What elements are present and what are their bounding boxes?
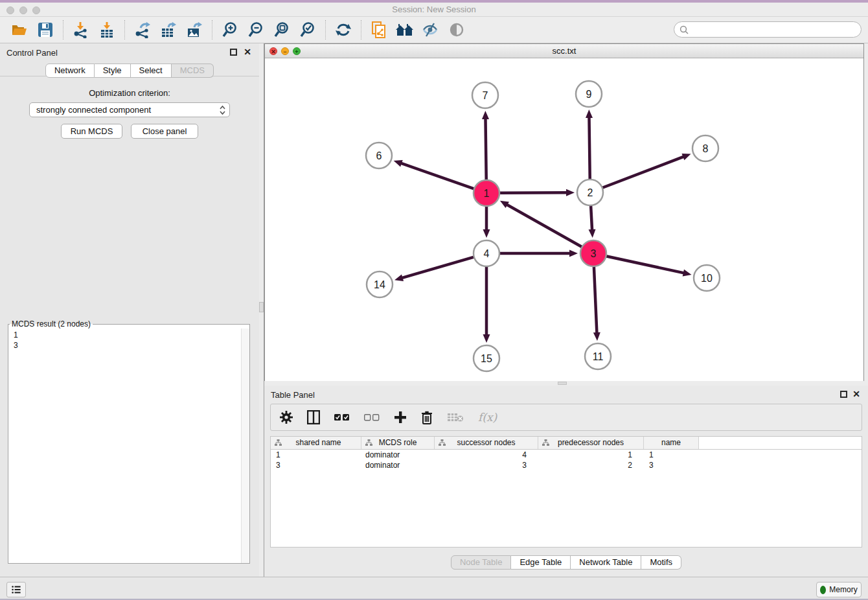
export-table-button[interactable] bbox=[159, 20, 178, 40]
clone-network-button[interactable] bbox=[369, 20, 389, 40]
table-cell: 3 bbox=[435, 461, 538, 470]
zoom-in-button[interactable] bbox=[220, 20, 240, 40]
float-panel-icon[interactable] bbox=[840, 391, 847, 398]
tab-edge-table[interactable]: Edge Table bbox=[511, 555, 571, 570]
import-table-button[interactable] bbox=[97, 20, 117, 40]
zoom-fit-button[interactable] bbox=[272, 20, 291, 40]
column-header-successor-nodes[interactable]: successor nodes bbox=[435, 437, 538, 449]
mcds-result-area[interactable]: 1 3 bbox=[8, 329, 249, 563]
column-header-predecessor-nodes[interactable]: predecessor nodes bbox=[538, 437, 644, 449]
minimize-window-button[interactable] bbox=[19, 6, 27, 14]
table-row[interactable]: 1dominator411 bbox=[271, 450, 862, 460]
table-panel-title: Table Panel bbox=[271, 390, 315, 400]
delete-column-button[interactable] bbox=[421, 409, 433, 426]
network-window-titlebar[interactable]: ✕ − + scc.txt bbox=[265, 44, 863, 58]
optimization-criterion-select[interactable]: strongly connected component bbox=[29, 102, 230, 117]
network-minimize-button[interactable]: − bbox=[281, 47, 289, 55]
show-all-button[interactable] bbox=[447, 20, 466, 40]
node-3[interactable]: 3 bbox=[580, 240, 606, 266]
search-input[interactable] bbox=[692, 23, 861, 36]
splitter-handle[interactable] bbox=[259, 302, 264, 312]
import-network-button[interactable] bbox=[71, 20, 91, 40]
unchecked-boxes-icon bbox=[364, 413, 380, 421]
close-panel-button[interactable]: Close panel bbox=[131, 124, 198, 139]
tab-node-table[interactable]: Node Table bbox=[451, 555, 512, 570]
select-all-button[interactable] bbox=[334, 409, 350, 426]
edge-1-6[interactable] bbox=[394, 160, 474, 189]
edge-1-2[interactable] bbox=[500, 189, 575, 196]
edge-1-4[interactable] bbox=[483, 207, 490, 238]
close-window-button[interactable] bbox=[6, 6, 14, 14]
node-11[interactable]: 11 bbox=[585, 343, 611, 369]
network-canvas-svg[interactable]: 7968124314101511 bbox=[265, 58, 863, 381]
edge-2-8[interactable] bbox=[603, 154, 691, 187]
zoom-window-button[interactable] bbox=[32, 6, 40, 14]
result-scrollbar[interactable] bbox=[241, 329, 249, 563]
edge-4-14[interactable] bbox=[394, 257, 474, 281]
run-mcds-button[interactable]: Run MCDS bbox=[61, 124, 122, 139]
table-panel-header: Table Panel ✕ bbox=[264, 386, 868, 404]
edge-3-10[interactable] bbox=[607, 256, 692, 276]
tab-select[interactable]: Select bbox=[131, 63, 172, 78]
table-row[interactable]: 3dominator323 bbox=[271, 460, 862, 470]
edge-4-3[interactable] bbox=[500, 250, 578, 257]
float-panel-icon[interactable] bbox=[230, 49, 237, 56]
zoom-out-button[interactable] bbox=[246, 20, 266, 40]
edge-3-11[interactable] bbox=[593, 267, 600, 341]
node-4[interactable]: 4 bbox=[474, 240, 499, 266]
save-session-button[interactable] bbox=[36, 20, 55, 40]
control-panel-title: Control Panel bbox=[6, 48, 58, 58]
edge-1-7[interactable] bbox=[482, 111, 489, 179]
tab-style[interactable]: Style bbox=[95, 63, 131, 78]
node-1[interactable]: 1 bbox=[474, 180, 499, 206]
node-9[interactable]: 9 bbox=[576, 81, 602, 107]
node-10[interactable]: 10 bbox=[694, 265, 720, 291]
vertical-splitter[interactable] bbox=[259, 43, 264, 577]
split-panel-button[interactable] bbox=[307, 409, 320, 426]
memory-button[interactable]: Memory bbox=[816, 582, 862, 597]
close-panel-icon[interactable]: ✕ bbox=[244, 47, 251, 57]
function-builder-button[interactable]: f(x) bbox=[478, 409, 497, 426]
column-header-name[interactable]: name bbox=[644, 437, 699, 449]
edge-3-1[interactable] bbox=[500, 201, 582, 247]
column-header-mcds-role[interactable]: MCDS role bbox=[361, 437, 435, 449]
node-8[interactable]: 8 bbox=[692, 135, 718, 161]
node-2[interactable]: 2 bbox=[577, 179, 603, 205]
toolbar-search[interactable] bbox=[674, 21, 862, 38]
network-window-title: scc.txt bbox=[265, 44, 863, 58]
node-14[interactable]: 14 bbox=[367, 271, 393, 297]
node-7[interactable]: 7 bbox=[472, 82, 498, 108]
edge-2-9[interactable] bbox=[586, 110, 593, 179]
network-close-button[interactable]: ✕ bbox=[269, 47, 277, 55]
node-6[interactable]: 6 bbox=[366, 143, 392, 168]
table-header-row: shared name MCDS role successor nodes pr… bbox=[271, 437, 862, 450]
node-15[interactable]: 15 bbox=[474, 345, 499, 371]
column-header-shared-name[interactable]: shared name bbox=[271, 437, 361, 449]
network-maximize-button[interactable]: + bbox=[293, 47, 301, 55]
first-neighbors-button[interactable] bbox=[395, 20, 415, 40]
zoom-selected-button[interactable] bbox=[298, 20, 317, 40]
edge-4-15[interactable] bbox=[483, 267, 490, 343]
hide-selected-button[interactable] bbox=[421, 20, 440, 40]
tab-mcds[interactable]: MCDS bbox=[172, 63, 214, 78]
task-history-button[interactable] bbox=[6, 582, 26, 597]
tab-network-table[interactable]: Network Table bbox=[571, 555, 641, 570]
horizontal-splitter[interactable] bbox=[264, 381, 864, 386]
splitter-handle[interactable] bbox=[558, 382, 567, 385]
add-column-button[interactable] bbox=[394, 409, 407, 426]
zoom-fit-icon bbox=[273, 21, 290, 38]
delete-table-button[interactable] bbox=[447, 409, 464, 426]
svg-text:2: 2 bbox=[588, 187, 593, 198]
apply-layout-button[interactable] bbox=[334, 20, 353, 40]
open-session-button[interactable] bbox=[10, 20, 29, 40]
edge-2-3[interactable] bbox=[589, 206, 596, 238]
export-network-button[interactable] bbox=[133, 20, 152, 40]
close-panel-icon[interactable]: ✕ bbox=[852, 389, 860, 399]
table-settings-button[interactable] bbox=[280, 409, 293, 426]
gear-icon bbox=[280, 411, 293, 424]
tab-motifs[interactable]: Motifs bbox=[641, 555, 681, 570]
deselect-all-button[interactable] bbox=[364, 409, 380, 426]
tab-network[interactable]: Network bbox=[45, 63, 95, 78]
control-panel: Control Panel ✕ Network Style Select MCD… bbox=[0, 43, 259, 577]
export-image-button[interactable] bbox=[185, 20, 204, 40]
